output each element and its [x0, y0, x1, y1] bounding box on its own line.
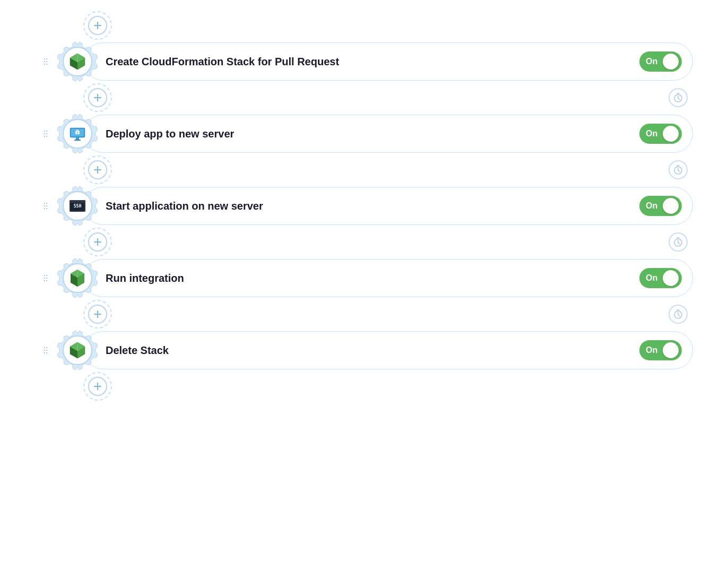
svg-point-20 [77, 132, 78, 133]
drag-handle-5[interactable] [35, 334, 56, 366]
svg-text:SSH: SSH [74, 204, 82, 209]
step-row-2: Deploy app to new server On [35, 113, 693, 155]
toggle-knob-1 [663, 54, 679, 70]
connector-row-4 [35, 299, 693, 329]
add-step-button-3[interactable] [88, 232, 107, 252]
timer-icon-1[interactable] [669, 88, 688, 107]
drag-handle-1[interactable] [35, 46, 56, 77]
svg-rect-16 [76, 137, 79, 140]
step-label-5: Delete Stack [106, 344, 639, 357]
pipeline-container: Create CloudFormation Stack for Pull Req… [35, 11, 693, 401]
timer-icon-4[interactable] [669, 305, 688, 324]
toggle-knob-5 [663, 342, 679, 358]
toggle-knob-4 [663, 270, 679, 286]
timer-icon-3[interactable] [669, 232, 688, 252]
step-card-5: Delete Stack On [84, 331, 693, 369]
toggle-knob-2 [663, 126, 679, 142]
step-gear-5 [56, 329, 99, 372]
connector-row-1 [35, 83, 693, 113]
step-card-1: Create CloudFormation Stack for Pull Req… [84, 42, 693, 81]
step-icon-3: SSH [63, 191, 92, 221]
drag-handle-4[interactable] [35, 262, 56, 294]
toggle-3[interactable]: On [639, 196, 682, 216]
toggle-4[interactable]: On [639, 268, 682, 288]
toggle-label-3: On [646, 201, 663, 211]
step-icon-2 [63, 119, 92, 149]
step-icon-5 [63, 335, 92, 365]
step-gear-3: SSH [56, 185, 99, 227]
toggle-label-4: On [646, 273, 663, 283]
step-card-4: Run integration On [84, 259, 693, 297]
add-step-button-2[interactable] [88, 160, 107, 179]
add-step-button-top[interactable] [88, 16, 107, 35]
drag-handle-2[interactable] [35, 118, 56, 150]
toggle-5[interactable]: On [639, 340, 682, 360]
connector-row-2 [35, 155, 693, 185]
toggle-2[interactable]: On [639, 124, 682, 144]
add-step-button-bottom[interactable] [88, 377, 107, 396]
step-card-3: Start application on new server On [84, 187, 693, 225]
step-card-2: Deploy app to new server On [84, 115, 693, 153]
step-label-3: Start application on new server [106, 200, 639, 212]
timer-icon-2[interactable] [669, 160, 688, 179]
step-gear-2 [56, 113, 99, 155]
step-label-2: Deploy app to new server [106, 128, 639, 140]
toggle-1[interactable]: On [639, 51, 682, 72]
step-row-5: Delete Stack On [35, 329, 693, 372]
step-gear-1 [56, 40, 99, 83]
step-row-4: Run integration On [35, 257, 693, 299]
step-gear-4 [56, 257, 99, 299]
connector-row-3 [35, 227, 693, 257]
drag-handle-3[interactable] [35, 190, 56, 222]
step-row-3: SSH Start application on new server On [35, 185, 693, 227]
toggle-label-2: On [646, 129, 663, 139]
step-icon-1 [63, 47, 92, 76]
step-icon-4 [63, 263, 92, 293]
step-label-4: Run integration [106, 272, 639, 284]
connector-row-bottom [35, 372, 693, 401]
toggle-knob-3 [663, 198, 679, 214]
toggle-label-5: On [646, 346, 663, 355]
svg-rect-17 [74, 140, 81, 141]
add-step-button-1[interactable] [88, 88, 107, 107]
step-label-1: Create CloudFormation Stack for Pull Req… [106, 56, 639, 68]
step-row-1: Create CloudFormation Stack for Pull Req… [35, 40, 693, 83]
add-step-button-4[interactable] [88, 305, 107, 324]
toggle-label-1: On [646, 57, 663, 66]
svg-rect-27 [70, 200, 85, 203]
connector-row-top [35, 11, 693, 40]
